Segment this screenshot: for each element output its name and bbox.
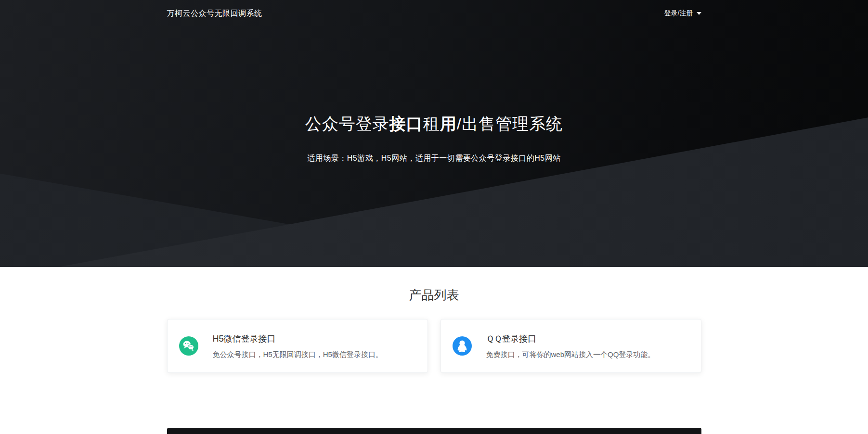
product-description: 免费接口，可将你的web网站接入一个QQ登录功能。 — [486, 350, 655, 359]
hero-title-part: 公众号登录 — [305, 115, 389, 133]
products-heading: 产品列表 — [167, 286, 701, 304]
product-cards: H5微信登录接口 免公众号接口，H5无限回调接口，H5微信登录接口。 ＱＱ登录接… — [167, 319, 701, 373]
product-title: ＱＱ登录接口 — [486, 333, 655, 345]
product-description: 免公众号接口，H5无限回调接口，H5微信登录接口。 — [213, 350, 383, 359]
hero-content: 公众号登录接口租用/出售管理系统 适用场景：H5游戏，H5网站，适用于一切需要公… — [0, 27, 868, 164]
product-title: H5微信登录接口 — [213, 333, 383, 345]
product-card-qq[interactable]: ＱＱ登录接口 免费接口，可将你的web网站接入一个QQ登录功能。 — [440, 319, 701, 373]
hero-title-part: 租 — [423, 115, 440, 133]
products-section: 产品列表 H5微信登录接口 免公众号接口，H5无限回调接口，H5微信登录接口。 — [167, 286, 701, 434]
product-card-wechat[interactable]: H5微信登录接口 免公众号接口，H5无限回调接口，H5微信登录接口。 — [167, 319, 428, 373]
hero-title-part: 用 — [440, 115, 457, 133]
site-title[interactable]: 万柯云公众号无限回调系统 — [167, 9, 262, 19]
top-navbar: 万柯云公众号无限回调系统 登录/注册 — [167, 0, 701, 27]
bottom-dark-panel — [167, 428, 701, 434]
hero-title: 公众号登录接口租用/出售管理系统 — [0, 115, 868, 133]
wechat-icon — [179, 336, 198, 356]
qq-icon — [453, 336, 472, 356]
product-card-body: H5微信登录接口 免公众号接口，H5无限回调接口，H5微信登录接口。 — [213, 333, 383, 359]
chevron-down-icon — [697, 12, 701, 15]
hero-title-part: 接口 — [389, 115, 423, 133]
hero-subtitle: 适用场景：H5游戏，H5网站，适用于一切需要公众号登录接口的H5网站 — [0, 153, 868, 164]
auth-dropdown[interactable]: 登录/注册 — [664, 9, 701, 18]
hero-title-part: /出售管理系统 — [457, 115, 563, 133]
product-card-body: ＱＱ登录接口 免费接口，可将你的web网站接入一个QQ登录功能。 — [486, 333, 655, 359]
auth-dropdown-label: 登录/注册 — [664, 9, 693, 18]
hero-section: 万柯云公众号无限回调系统 登录/注册 公众号登录接口租用/出售管理系统 适用场景… — [0, 0, 868, 267]
